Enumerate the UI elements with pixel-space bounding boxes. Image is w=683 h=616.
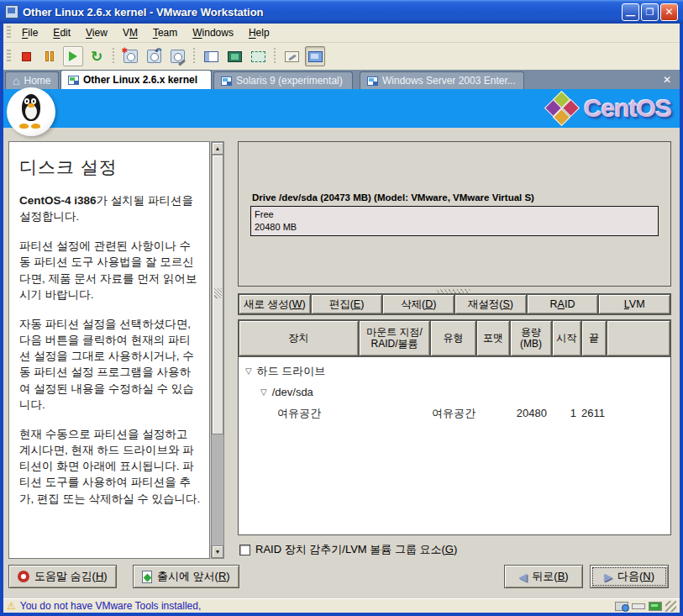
resize-grip[interactable] — [665, 601, 676, 612]
delete-partition-button[interactable]: 삭제(D) — [382, 294, 454, 314]
page-title: 디스크 설정 — [19, 155, 201, 179]
close-button[interactable]: ✕ — [660, 3, 678, 21]
pause-icon — [45, 51, 54, 61]
partition-action-bar: 새로 생성(W) 편집(E) 삭제(D) 재설정(S) RAID LVM — [238, 293, 671, 315]
lvm-button[interactable]: LVM — [598, 294, 670, 314]
menu-view[interactable]: View — [78, 24, 115, 41]
menu-team[interactable]: Team — [145, 24, 185, 41]
vm-console: CentOS 디스크 설정 CentOS-4 i386가 설치될 파티션을 설정… — [3, 89, 680, 598]
toolbar: ↻ ✱ ↶ — [3, 43, 680, 70]
tab-label: Solaris 9 (experimental) — [236, 75, 343, 87]
quickswitch-button[interactable] — [248, 46, 268, 66]
floppy-status-icon[interactable] — [632, 603, 645, 609]
tab-home[interactable]: ⌂ Home — [5, 71, 59, 89]
drive-graph-panel: Drive /dev/sda (20473 MB) (Model: VMware… — [238, 141, 671, 287]
reset-partition-button[interactable]: 재설정(S) — [454, 294, 527, 314]
reset-button[interactable]: ↻ — [87, 46, 107, 66]
col-end[interactable]: 끝 — [581, 320, 607, 356]
hide-raid-checkbox[interactable] — [239, 545, 250, 555]
status-message[interactable]: You do not have VMware Tools installed, — [20, 600, 201, 612]
help-scrollbar[interactable]: ▲ ▼ — [211, 141, 224, 559]
fullscreen-button[interactable] — [224, 46, 244, 66]
tab-other-linux[interactable]: Other Linux 2.6.x kernel — [60, 70, 212, 89]
end-cell: 2611 — [581, 407, 607, 419]
menu-windows[interactable]: Windows — [185, 24, 241, 41]
expander-icon[interactable]: ▽ — [260, 387, 267, 397]
table-row[interactable]: 여유공간 여유공간 20480 1 2611 — [239, 403, 670, 424]
raid-button[interactable]: RAID — [527, 294, 599, 314]
edit-partition-button[interactable]: 편집(E) — [311, 294, 383, 314]
centos-wordmark: CentOS — [584, 94, 671, 123]
table-row[interactable]: ▽ 하드 드라이브 — [239, 361, 670, 382]
scrollbar-thumb[interactable] — [212, 155, 223, 434]
tux-logo — [7, 87, 55, 136]
col-type[interactable]: 유형 — [430, 320, 476, 356]
snapshot-manager-button[interactable] — [167, 46, 187, 66]
back-button[interactable]: ◀ 뒤로(B) — [504, 565, 583, 588]
col-size[interactable]: 용량 (MB) — [510, 320, 552, 356]
show-sidebar-button[interactable] — [201, 46, 221, 66]
maximize-button[interactable]: ❐ — [641, 3, 659, 21]
col-spacer — [607, 320, 670, 356]
help-paragraph: 파티션 설정에 관련된 사항이나 수동 파티션 도구 사용법을 잘 모르신다면,… — [19, 238, 201, 303]
col-device[interactable]: 장치 — [239, 320, 359, 356]
scroll-up-icon[interactable]: ▲ — [212, 142, 223, 155]
next-arrow-icon: ▶ — [604, 571, 612, 582]
quickswitch-icon — [251, 51, 265, 62]
vmware-app-icon — [5, 5, 18, 18]
menu-help[interactable]: Help — [241, 24, 277, 41]
menu-file[interactable]: File — [14, 24, 45, 41]
window-title: Other Linux 2.6.x kernel - VMware Workst… — [23, 6, 622, 18]
suspend-button[interactable] — [39, 46, 60, 66]
help-paragraph: 자동 파티션 설정을 선택하셨다면, 다음 버튼을 클릭하여 현재의 파티션 설… — [19, 316, 201, 413]
tab-solaris[interactable]: Solaris 9 (experimental) — [213, 71, 353, 89]
harddisk-status-icon[interactable] — [615, 602, 628, 611]
free-space-size: 20480 MB — [255, 221, 654, 234]
expander-icon[interactable]: ▽ — [245, 366, 252, 376]
penguin-icon — [20, 94, 42, 126]
device-label: 하드 드라이브 — [257, 364, 326, 379]
toolbar-separator — [274, 48, 276, 65]
home-icon: ⌂ — [13, 75, 19, 87]
partition-table: 장치 마운트 지점/ RAID/볼륨 유형 포맷 용량 (MB) 시작 끝 ▽ … — [238, 319, 671, 535]
revert-snapshot-button[interactable]: ↶ — [144, 46, 164, 66]
warning-icon: ⚠ — [7, 600, 16, 612]
reset-icon: ↻ — [91, 50, 102, 64]
help-icon — [18, 571, 29, 582]
col-mountpoint[interactable]: 마운트 지점/ RAID/볼륨 — [359, 320, 430, 356]
tab-label: Windows Server 2003 Enter... — [382, 75, 516, 87]
free-space-bar[interactable]: Free 20480 MB — [250, 206, 659, 236]
new-partition-button[interactable]: 새로 생성(W) — [239, 294, 311, 314]
toolbar-separator — [193, 48, 195, 65]
wrench-icon — [285, 51, 299, 62]
col-start[interactable]: 시작 — [552, 320, 581, 356]
play-icon — [69, 51, 77, 61]
menu-edit[interactable]: Edit — [45, 24, 78, 41]
help-paragraph: CentOS-4 i386가 설치될 파티션을 설정합니다. — [19, 192, 201, 224]
menu-vm[interactable]: VM — [115, 24, 145, 41]
minimize-button[interactable]: — — [622, 3, 639, 21]
centos-logo: CentOS — [547, 93, 671, 124]
tab-close-icon[interactable]: ✕ — [654, 74, 680, 86]
power-off-button[interactable] — [16, 46, 36, 66]
release-notes-button[interactable]: 출시에 앞서(R) — [133, 565, 239, 588]
scroll-down-icon[interactable]: ▼ — [212, 545, 223, 558]
col-format[interactable]: 포맷 — [476, 320, 510, 356]
vm-settings-button[interactable] — [281, 46, 302, 66]
toolbar-grip — [7, 50, 11, 63]
console-view-icon — [308, 51, 323, 62]
tab-windows-server[interactable]: Windows Server 2003 Enter... — [360, 71, 524, 89]
fullscreen-icon — [228, 51, 242, 62]
take-snapshot-button[interactable]: ✱ — [120, 46, 140, 66]
network-status-icon[interactable] — [649, 602, 662, 611]
free-space-name: Free — [255, 208, 654, 221]
power-on-button[interactable] — [63, 46, 83, 66]
hide-help-button[interactable]: 도움말 숨김(H) — [8, 565, 117, 588]
device-label: 여유공간 — [277, 406, 321, 421]
next-button[interactable]: ▶ 다음(N) — [590, 565, 669, 588]
console-view-button[interactable] — [305, 46, 325, 66]
centos-pinwheel-icon — [547, 93, 577, 124]
sidebar-icon — [204, 51, 218, 62]
table-row[interactable]: ▽ /dev/sda — [239, 382, 670, 403]
status-bar: ⚠ You do not have VMware Tools installed… — [3, 598, 680, 613]
